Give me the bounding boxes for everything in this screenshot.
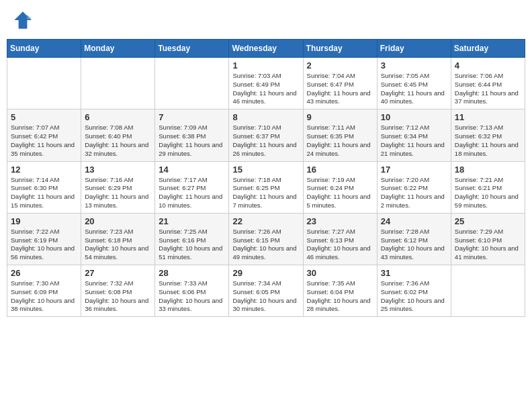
day-cell-28: 28Sunrise: 7:33 AMSunset: 6:06 PMDayligh… bbox=[155, 265, 229, 317]
day-number-30: 30 bbox=[307, 268, 373, 278]
day-info-1: Sunrise: 7:03 AMSunset: 6:49 PMDaylight:… bbox=[232, 72, 299, 106]
calendar-header-row: SundayMondayTuesdayWednesdayThursdayFrid… bbox=[7, 40, 525, 58]
day-number-18: 18 bbox=[455, 165, 521, 175]
day-cell-25: 25Sunrise: 7:29 AMSunset: 6:10 PMDayligh… bbox=[451, 213, 525, 265]
day-cell-5: 5Sunrise: 7:07 AMSunset: 6:42 PMDaylight… bbox=[7, 109, 81, 161]
day-cell-30: 30Sunrise: 7:35 AMSunset: 6:04 PMDayligh… bbox=[303, 265, 377, 317]
day-number-28: 28 bbox=[159, 268, 225, 278]
header-saturday: Saturday bbox=[451, 40, 525, 58]
day-number-19: 19 bbox=[11, 216, 77, 226]
day-number-13: 13 bbox=[85, 165, 151, 175]
week-row-4: 26Sunrise: 7:30 AMSunset: 6:09 PMDayligh… bbox=[7, 265, 525, 317]
day-cell-9: 9Sunrise: 7:11 AMSunset: 6:35 PMDaylight… bbox=[303, 109, 377, 161]
day-number-12: 12 bbox=[11, 165, 77, 175]
day-cell-20: 20Sunrise: 7:23 AMSunset: 6:18 PMDayligh… bbox=[81, 213, 155, 265]
day-cell-24: 24Sunrise: 7:28 AMSunset: 6:12 PMDayligh… bbox=[377, 213, 451, 265]
day-cell-12: 12Sunrise: 7:14 AMSunset: 6:30 PMDayligh… bbox=[7, 161, 81, 213]
day-cell-18: 18Sunrise: 7:21 AMSunset: 6:21 PMDayligh… bbox=[451, 161, 525, 213]
empty-cell bbox=[81, 58, 155, 109]
day-cell-6: 6Sunrise: 7:08 AMSunset: 6:40 PMDaylight… bbox=[81, 109, 155, 161]
day-info-30: Sunrise: 7:35 AMSunset: 6:04 PMDaylight:… bbox=[307, 279, 373, 314]
day-number-10: 10 bbox=[381, 112, 447, 122]
day-info-20: Sunrise: 7:23 AMSunset: 6:18 PMDaylight:… bbox=[85, 228, 151, 262]
day-cell-16: 16Sunrise: 7:19 AMSunset: 6:24 PMDayligh… bbox=[303, 161, 377, 213]
day-number-17: 17 bbox=[381, 165, 447, 175]
page: SundayMondayTuesdayWednesdayThursdayFrid… bbox=[0, 0, 532, 324]
day-number-6: 6 bbox=[85, 112, 151, 122]
header-monday: Monday bbox=[81, 40, 155, 58]
day-cell-14: 14Sunrise: 7:17 AMSunset: 6:27 PMDayligh… bbox=[155, 161, 229, 213]
day-cell-23: 23Sunrise: 7:27 AMSunset: 6:13 PMDayligh… bbox=[303, 213, 377, 265]
header bbox=[7, 7, 525, 34]
day-cell-10: 10Sunrise: 7:12 AMSunset: 6:34 PMDayligh… bbox=[377, 109, 451, 161]
day-cell-8: 8Sunrise: 7:10 AMSunset: 6:37 PMDaylight… bbox=[229, 109, 303, 161]
week-row-2: 12Sunrise: 7:14 AMSunset: 6:30 PMDayligh… bbox=[7, 161, 525, 213]
day-cell-15: 15Sunrise: 7:18 AMSunset: 6:25 PMDayligh… bbox=[229, 161, 303, 213]
day-number-1: 1 bbox=[232, 60, 299, 71]
day-info-2: Sunrise: 7:04 AMSunset: 6:47 PMDaylight:… bbox=[307, 72, 373, 106]
header-wednesday: Wednesday bbox=[229, 40, 303, 58]
header-thursday: Thursday bbox=[303, 40, 377, 58]
day-number-8: 8 bbox=[232, 112, 299, 122]
day-number-3: 3 bbox=[381, 60, 447, 71]
day-info-11: Sunrise: 7:13 AMSunset: 6:32 PMDaylight:… bbox=[455, 124, 521, 158]
day-info-10: Sunrise: 7:12 AMSunset: 6:34 PMDaylight:… bbox=[381, 124, 447, 158]
day-number-4: 4 bbox=[455, 60, 521, 71]
day-cell-27: 27Sunrise: 7:32 AMSunset: 6:08 PMDayligh… bbox=[81, 265, 155, 317]
day-info-21: Sunrise: 7:25 AMSunset: 6:16 PMDaylight:… bbox=[159, 228, 225, 262]
empty-cell bbox=[451, 265, 525, 317]
calendar-table: SundayMondayTuesdayWednesdayThursdayFrid… bbox=[7, 39, 525, 317]
day-info-24: Sunrise: 7:28 AMSunset: 6:12 PMDaylight:… bbox=[381, 228, 447, 262]
day-info-9: Sunrise: 7:11 AMSunset: 6:35 PMDaylight:… bbox=[307, 124, 373, 158]
day-number-26: 26 bbox=[11, 268, 77, 278]
day-cell-13: 13Sunrise: 7:16 AMSunset: 6:29 PMDayligh… bbox=[81, 161, 155, 213]
day-info-26: Sunrise: 7:30 AMSunset: 6:09 PMDaylight:… bbox=[11, 279, 77, 314]
week-row-1: 5Sunrise: 7:07 AMSunset: 6:42 PMDaylight… bbox=[7, 109, 525, 161]
day-cell-29: 29Sunrise: 7:34 AMSunset: 6:05 PMDayligh… bbox=[229, 265, 303, 317]
day-info-31: Sunrise: 7:36 AMSunset: 6:02 PMDaylight:… bbox=[381, 279, 447, 314]
day-info-16: Sunrise: 7:19 AMSunset: 6:24 PMDaylight:… bbox=[307, 176, 373, 210]
day-number-9: 9 bbox=[307, 112, 373, 122]
day-number-7: 7 bbox=[159, 112, 225, 122]
svg-marker-1 bbox=[27, 15, 31, 19]
header-sunday: Sunday bbox=[7, 40, 81, 58]
day-number-23: 23 bbox=[307, 216, 373, 226]
day-number-24: 24 bbox=[381, 216, 447, 226]
day-info-29: Sunrise: 7:34 AMSunset: 6:05 PMDaylight:… bbox=[232, 279, 299, 314]
day-info-18: Sunrise: 7:21 AMSunset: 6:21 PMDaylight:… bbox=[455, 176, 521, 210]
day-cell-31: 31Sunrise: 7:36 AMSunset: 6:02 PMDayligh… bbox=[377, 265, 451, 317]
day-info-3: Sunrise: 7:05 AMSunset: 6:45 PMDaylight:… bbox=[381, 72, 447, 106]
day-cell-21: 21Sunrise: 7:25 AMSunset: 6:16 PMDayligh… bbox=[155, 213, 229, 265]
day-info-27: Sunrise: 7:32 AMSunset: 6:08 PMDaylight:… bbox=[85, 279, 151, 314]
day-info-13: Sunrise: 7:16 AMSunset: 6:29 PMDaylight:… bbox=[85, 176, 151, 210]
day-number-25: 25 bbox=[455, 216, 521, 226]
logo-icon bbox=[12, 9, 34, 31]
week-row-3: 19Sunrise: 7:22 AMSunset: 6:19 PMDayligh… bbox=[7, 213, 525, 265]
day-cell-19: 19Sunrise: 7:22 AMSunset: 6:19 PMDayligh… bbox=[7, 213, 81, 265]
day-cell-3: 3Sunrise: 7:05 AMSunset: 6:45 PMDaylight… bbox=[377, 58, 451, 109]
day-number-29: 29 bbox=[232, 268, 299, 278]
day-number-20: 20 bbox=[85, 216, 151, 226]
day-info-5: Sunrise: 7:07 AMSunset: 6:42 PMDaylight:… bbox=[11, 124, 77, 158]
svg-marker-0 bbox=[14, 11, 32, 29]
day-cell-22: 22Sunrise: 7:26 AMSunset: 6:15 PMDayligh… bbox=[229, 213, 303, 265]
day-info-14: Sunrise: 7:17 AMSunset: 6:27 PMDaylight:… bbox=[159, 176, 225, 210]
day-info-19: Sunrise: 7:22 AMSunset: 6:19 PMDaylight:… bbox=[11, 228, 77, 262]
day-info-7: Sunrise: 7:09 AMSunset: 6:38 PMDaylight:… bbox=[159, 124, 225, 158]
day-number-27: 27 bbox=[85, 268, 151, 278]
day-number-31: 31 bbox=[381, 268, 447, 278]
week-row-0: 1Sunrise: 7:03 AMSunset: 6:49 PMDaylight… bbox=[7, 58, 525, 109]
day-number-2: 2 bbox=[307, 60, 373, 71]
header-friday: Friday bbox=[377, 40, 451, 58]
day-cell-26: 26Sunrise: 7:30 AMSunset: 6:09 PMDayligh… bbox=[7, 265, 81, 317]
day-info-23: Sunrise: 7:27 AMSunset: 6:13 PMDaylight:… bbox=[307, 228, 373, 262]
day-number-11: 11 bbox=[455, 112, 521, 122]
day-number-21: 21 bbox=[159, 216, 225, 226]
day-number-22: 22 bbox=[232, 216, 299, 226]
day-cell-7: 7Sunrise: 7:09 AMSunset: 6:38 PMDaylight… bbox=[155, 109, 229, 161]
day-cell-2: 2Sunrise: 7:04 AMSunset: 6:47 PMDaylight… bbox=[303, 58, 377, 109]
day-number-14: 14 bbox=[159, 165, 225, 175]
day-info-17: Sunrise: 7:20 AMSunset: 6:22 PMDaylight:… bbox=[381, 176, 447, 210]
day-info-12: Sunrise: 7:14 AMSunset: 6:30 PMDaylight:… bbox=[11, 176, 77, 210]
day-number-5: 5 bbox=[11, 112, 77, 122]
